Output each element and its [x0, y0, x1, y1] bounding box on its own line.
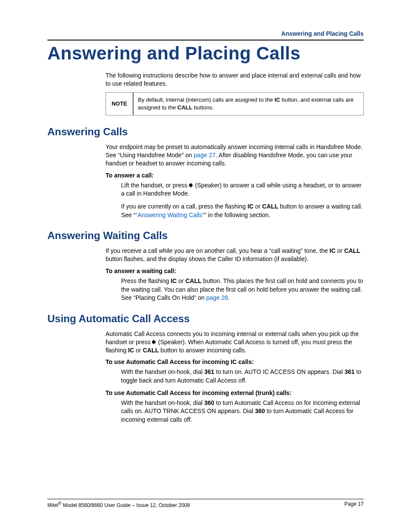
- call-bold: CALL: [262, 203, 278, 210]
- text: .: [228, 294, 230, 301]
- header-rule: [47, 40, 364, 40]
- brand-name: Mitel: [47, 502, 58, 508]
- text: button to answer incoming calls.: [159, 347, 246, 354]
- link-page-27[interactable]: page 27: [194, 152, 216, 159]
- text: or: [253, 203, 262, 210]
- call-bold: CALL: [143, 347, 159, 354]
- call-bold: CALL: [344, 247, 360, 254]
- running-header: Answering and Placing Calls: [47, 30, 364, 37]
- registered-mark: ®: [58, 501, 61, 506]
- section-answering-calls: Your endpoint may be preset to automatic…: [106, 143, 364, 219]
- speaker-icon: [152, 339, 156, 345]
- subheading: To use Automatic Call Access for incomin…: [106, 358, 364, 365]
- subheading: To answer a waiting call:: [106, 268, 364, 274]
- paragraph: Automatic Call Access connects you to in…: [106, 330, 364, 355]
- step: With the handset on-hook, dial 360 to tu…: [121, 399, 364, 424]
- text: If you receive a call while you are on a…: [106, 247, 330, 254]
- paragraph: If you receive a call while you are on a…: [106, 247, 364, 263]
- note-label: NOTE: [106, 93, 134, 115]
- page-footer: Mitel® Model 8560/8660 User Guide – Issu…: [47, 499, 364, 508]
- text: or: [336, 247, 344, 254]
- text: Lift the handset, or press: [121, 182, 189, 189]
- section-answering-waiting-calls: If you receive a call while you are on a…: [106, 247, 364, 302]
- text: If you are currently on a call, press th…: [121, 203, 247, 210]
- text: or: [134, 347, 143, 354]
- step: With the handset on-hook, dial 361 to tu…: [121, 368, 364, 385]
- note-content: By default, internal (intercom) calls ar…: [134, 93, 363, 115]
- ic-bold: IC: [171, 277, 177, 284]
- link-page-28[interactable]: page 28: [206, 294, 228, 301]
- intro-paragraph: The following instructions describe how …: [106, 72, 364, 88]
- speaker-icon: [189, 183, 193, 188]
- paragraph: Your endpoint may be preset to automatic…: [106, 143, 364, 168]
- dial-code: 360: [204, 399, 214, 406]
- subheading: To answer a call:: [106, 172, 364, 179]
- text: With the handset on-hook, dial: [121, 399, 204, 406]
- dial-code: 361: [204, 368, 214, 375]
- note-text: By default, internal (intercom) calls ar…: [138, 96, 274, 103]
- text: button flashes, and the display shows th…: [106, 255, 308, 262]
- step: If you are currently on a call, press th…: [121, 202, 364, 219]
- ic-bold: IC: [128, 347, 134, 354]
- text: to turn on. AUTO IC ACCESS ON appears. D…: [214, 368, 344, 375]
- note-box: NOTE By default, internal (intercom) cal…: [106, 92, 364, 115]
- step: Press the flashing IC or CALL button. Th…: [121, 277, 364, 302]
- dial-code: 360: [255, 408, 265, 414]
- subheading: To use Automatic Call Access for incomin…: [106, 389, 364, 396]
- section-automatic-call-access: Automatic Call Access connects you to in…: [106, 330, 364, 424]
- dial-code: 361: [345, 368, 355, 375]
- text: ” in the following section.: [204, 212, 270, 218]
- footer-doc-title: Model 8560/8660 User Guide – Issue 12, O…: [62, 502, 190, 508]
- text: With the handset on-hook, dial: [121, 368, 204, 375]
- text: or: [177, 277, 185, 284]
- ic-bold: IC: [330, 247, 336, 254]
- ic-bold: IC: [274, 96, 280, 103]
- page: Answering and Placing Calls Answering an…: [0, 0, 411, 532]
- intro-block: The following instructions describe how …: [106, 72, 364, 115]
- text: Press the flashing: [121, 277, 171, 284]
- link-answering-waiting-calls[interactable]: “Answering Waiting Calls”: [135, 212, 204, 218]
- chapter-title: Answering and Placing Calls: [47, 43, 364, 64]
- section-title-answering-waiting-calls: Answering Waiting Calls: [47, 230, 364, 242]
- section-title-automatic-call-access: Using Automatic Call Access: [47, 313, 364, 325]
- footer-page-number: Page 17: [344, 501, 364, 508]
- call-bold: CALL: [185, 277, 201, 284]
- section-title-answering-calls: Answering Calls: [47, 126, 364, 138]
- footer-rule: [47, 499, 364, 499]
- ic-bold: IC: [247, 203, 253, 210]
- step: Lift the handset, or press (Speaker) to …: [121, 181, 364, 198]
- call-bold: CALL: [177, 104, 193, 111]
- footer-left: Mitel® Model 8560/8660 User Guide – Issu…: [47, 501, 190, 508]
- note-text: buttons.: [192, 104, 214, 111]
